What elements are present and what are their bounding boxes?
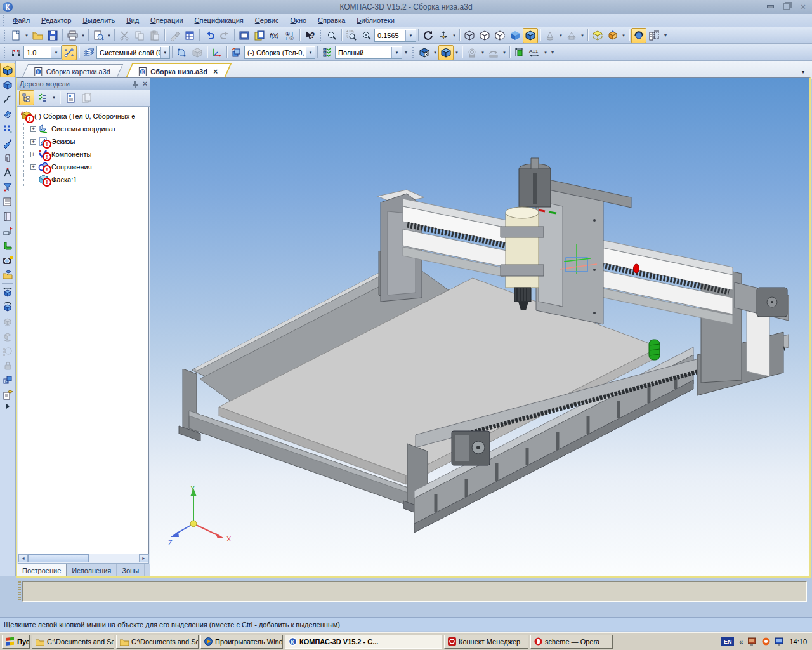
variables-button[interactable]: f(x): [267, 28, 282, 43]
axes-display-button[interactable]: [209, 45, 225, 60]
local-csys-button[interactable]: [174, 45, 190, 60]
tree-horizontal-scrollbar[interactable]: ◄ ►: [18, 554, 149, 564]
tolerance-button[interactable]: A±1: [527, 45, 542, 60]
filter-button[interactable]: [0, 180, 15, 194]
section-display-button[interactable]: [564, 28, 579, 43]
menu-file[interactable]: Файл: [7, 15, 36, 26]
zoom-scale-dropdown[interactable]: ▾: [405, 30, 416, 41]
menu-view[interactable]: Вид: [121, 15, 145, 26]
format-brush-button[interactable]: [167, 28, 182, 43]
array-button[interactable]: [0, 121, 15, 136]
perspective-display-button[interactable]: [542, 28, 558, 43]
redo-button[interactable]: [217, 28, 232, 43]
new-document-dropdown[interactable]: ▾: [23, 29, 30, 43]
open-button[interactable]: [30, 28, 45, 43]
tree-composition-dropdown[interactable]: ▾: [51, 91, 57, 105]
orientation-dropdown[interactable]: ▾: [620, 29, 627, 43]
model-section-button[interactable]: [417, 45, 432, 60]
cut-button[interactable]: [117, 28, 132, 43]
panel-expand-arrow[interactable]: [0, 402, 15, 411]
orientation-button[interactable]: [605, 28, 620, 43]
shaded-display-button[interactable]: [508, 28, 523, 43]
lock-button[interactable]: [0, 358, 15, 373]
tab-sborka-karetki[interactable]: К Сборка каретки.a3d: [22, 64, 123, 79]
move-component-button[interactable]: [0, 285, 15, 300]
model-section-dropdown[interactable]: ▾: [432, 46, 438, 60]
zoom-selected-button[interactable]: [344, 28, 359, 43]
pan-view-dropdown[interactable]: ▾: [451, 29, 457, 43]
property-bar[interactable]: [22, 581, 807, 602]
load-mode-dropdown[interactable]: ▾: [391, 47, 402, 58]
property-bar-grip[interactable]: [18, 581, 21, 602]
direct-edit-button[interactable]: [0, 136, 15, 150]
tab-postroenie[interactable]: Построение: [17, 564, 67, 576]
properties-table-button[interactable]: [182, 28, 197, 43]
menu-grip[interactable]: [2, 15, 5, 26]
snap-toggle-button[interactable]: [62, 45, 77, 60]
context-help-button[interactable]: ?: [302, 28, 317, 43]
zoom-area-button[interactable]: [324, 28, 339, 43]
taskbar-item-explorer-2[interactable]: C:\Documents and Settin...: [116, 635, 199, 649]
tab-ispolneniya[interactable]: Исполнения: [67, 564, 117, 576]
model-tree-titlebar[interactable]: Дерево модели ×: [17, 78, 150, 90]
menu-select[interactable]: Выделить: [77, 15, 121, 26]
rotate-component-button[interactable]: [0, 300, 15, 314]
copy-button[interactable]: [132, 28, 147, 43]
toolbar2-grip[interactable]: [3, 47, 6, 58]
change-edited-part-button[interactable]: [229, 45, 244, 60]
layer-dropdown[interactable]: ▾: [160, 47, 169, 58]
hidden-lines-display-button[interactable]: [477, 28, 492, 43]
tray-collapse-arrow[interactable]: «: [739, 638, 743, 646]
taskbar-item-connect-manager[interactable]: Коннект Менеджер: [444, 635, 528, 649]
placement-edit-button[interactable]: [190, 45, 205, 60]
expand-icon[interactable]: +: [30, 126, 36, 132]
menu-service[interactable]: Сервис: [249, 15, 285, 26]
toolbar1-overflow-chevron[interactable]: ▾: [662, 29, 669, 43]
tree-composition-button[interactable]: [35, 90, 50, 105]
close-button[interactable]: ×: [798, 3, 808, 11]
step-dropdown[interactable]: ▾: [51, 47, 61, 58]
surface-button[interactable]: [0, 107, 15, 121]
tree-structure-button[interactable]: [19, 90, 34, 105]
wireframe-display-button[interactable]: [462, 28, 477, 43]
menu-help[interactable]: Справка: [312, 15, 351, 26]
shaded-with-edges-display-button[interactable]: [523, 28, 538, 43]
language-indicator[interactable]: EN: [721, 637, 734, 646]
dimensions-3d-button[interactable]: [512, 45, 527, 60]
taskbar-item-opera[interactable]: scheme — Opera: [530, 635, 613, 649]
perspective-dropdown[interactable]: ▾: [558, 29, 564, 43]
spline-button[interactable]: [0, 92, 15, 107]
stamp-dropdown[interactable]: ▾: [480, 46, 486, 60]
tree-item-sketches[interactable]: + ! Эскизы: [18, 135, 148, 148]
print-button[interactable]: [65, 28, 80, 43]
expand-icon[interactable]: +: [30, 152, 36, 157]
unfold-dropdown[interactable]: ▾: [501, 46, 508, 60]
scroll-right-arrow[interactable]: ►: [139, 554, 148, 562]
tab-zony[interactable]: Зоны: [117, 564, 145, 576]
toolbar1-grip[interactable]: [3, 30, 6, 41]
tray-clock[interactable]: 14:10: [789, 638, 807, 646]
undo-button[interactable]: [202, 28, 217, 43]
measure-button[interactable]: [0, 165, 15, 180]
refresh-variables-button[interactable]: ①②: [282, 28, 298, 43]
snapshot-button[interactable]: +: [0, 253, 15, 267]
tray-network-icon[interactable]: [775, 637, 784, 646]
toolbar-group-grip[interactable]: [319, 30, 322, 41]
title-bar[interactable]: К КОМПАС-3D V15.2 - Сборка низа.a3d ×: [0, 0, 812, 14]
new-document-button[interactable]: [8, 28, 23, 43]
corner-piece-button[interactable]: [0, 238, 15, 253]
save-button[interactable]: [45, 28, 60, 43]
taskbar-item-media-player[interactable]: Проигрыватель Windo...: [200, 635, 283, 649]
cursor-step-button[interactable]: [8, 45, 23, 60]
zoom-in-button[interactable]: [359, 28, 374, 43]
menu-specification[interactable]: Спецификация: [189, 15, 249, 26]
tree-report-button[interactable]: [63, 90, 78, 105]
load-mode-button[interactable]: [320, 45, 335, 60]
relocate-component-button[interactable]: [0, 329, 15, 343]
tab-list-dropdown[interactable]: ▾: [802, 69, 804, 75]
toolbar2-overflow-chevron[interactable]: ▾: [402, 46, 410, 60]
display-mode-dropdown[interactable]: ▾: [454, 46, 460, 60]
check-document-button[interactable]: [0, 223, 15, 238]
report-button[interactable]: [0, 209, 15, 223]
edited-part-dropdown[interactable]: ▾: [306, 47, 315, 58]
